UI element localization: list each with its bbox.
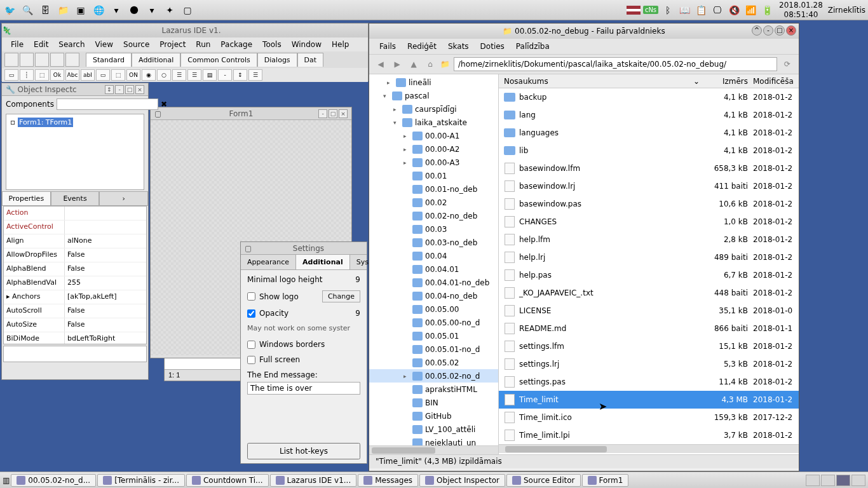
file-row[interactable]: CHANGES1,0 kB2018-01-2 bbox=[499, 213, 799, 231]
component-tree[interactable]: ▫ Form1: TForm1 bbox=[6, 114, 144, 190]
tree-item[interactable]: 00.04 bbox=[369, 249, 498, 262]
tree-item[interactable]: ▸00.00-A2 bbox=[369, 142, 498, 156]
fm-list[interactable]: Nosaukums ⌄ Izmērs Modificēša backup4,1 … bbox=[499, 74, 799, 454]
path-bar[interactable]: /home/zirneklitis/Dokumenti/pascal/laika… bbox=[454, 57, 777, 71]
open-button[interactable] bbox=[20, 53, 34, 67]
component-icon[interactable]: ☰ bbox=[172, 69, 186, 81]
components-filter[interactable] bbox=[57, 98, 158, 110]
tree-item[interactable]: ▸lineāli bbox=[369, 76, 498, 89]
file-row[interactable]: basewindow.pas10,6 kB2018-01-2 bbox=[499, 195, 799, 213]
workspace-4[interactable] bbox=[851, 475, 865, 486]
component-icon[interactable]: ┊ bbox=[20, 69, 34, 81]
user-name[interactable]: Zirneklītis bbox=[828, 6, 865, 15]
start-menu-icon[interactable]: 🐦 bbox=[3, 3, 17, 17]
end-message-input[interactable] bbox=[247, 382, 360, 395]
prop-row[interactable]: BiDiModebdLeftToRight bbox=[4, 332, 146, 344]
taskbar-task[interactable]: Countdown Ti... bbox=[186, 474, 269, 487]
menu-tools[interactable]: Tools bbox=[259, 39, 285, 50]
menu-help[interactable]: Help bbox=[328, 39, 353, 50]
component-icon[interactable]: ▭ bbox=[4, 69, 18, 81]
col-modified[interactable]: Modificēša bbox=[750, 77, 799, 86]
taskbar-task[interactable]: Form1 bbox=[582, 474, 629, 487]
clock[interactable]: 2018.01.28 08:51:40 bbox=[776, 1, 825, 19]
forward-button[interactable]: ▶ bbox=[391, 58, 403, 71]
opacity-checkbox[interactable] bbox=[247, 309, 255, 318]
maximize-button[interactable]: □ bbox=[125, 85, 134, 94]
tree-item-form1[interactable]: Form1: TForm1 bbox=[18, 118, 73, 127]
file-row[interactable]: Time_limit.lpi3,7 kB2018-01-2 bbox=[499, 426, 799, 444]
show-logo-checkbox[interactable] bbox=[247, 292, 255, 301]
prop-row[interactable]: Action bbox=[4, 207, 146, 220]
close-button[interactable]: × bbox=[339, 109, 348, 118]
reload-button[interactable]: ⟳ bbox=[781, 58, 794, 71]
workspace-3[interactable] bbox=[836, 475, 850, 486]
back-button[interactable]: ◀ bbox=[374, 58, 387, 71]
save-button[interactable] bbox=[35, 53, 49, 67]
app-icon[interactable]: ✦ bbox=[163, 3, 177, 17]
component-icon[interactable]: ☰ bbox=[187, 69, 201, 81]
component-icon[interactable]: ⬚ bbox=[35, 69, 49, 81]
tree-item[interactable]: 00.03 bbox=[369, 222, 498, 236]
clear-icon[interactable]: ✖ bbox=[161, 100, 167, 109]
fm-menu-item[interactable]: Fails bbox=[374, 40, 401, 53]
pin-button[interactable]: ↕ bbox=[105, 85, 114, 94]
maximize-button[interactable]: □ bbox=[775, 25, 785, 36]
tree-item[interactable]: 00.04.01-no_deb bbox=[369, 276, 498, 289]
full-screen-checkbox[interactable] bbox=[247, 356, 255, 364]
file-row[interactable]: help.lfm2,8 kB2018-01-2 bbox=[499, 231, 799, 248]
component-icon[interactable]: ON bbox=[126, 69, 140, 81]
tree-item[interactable]: 00.04-no_deb bbox=[369, 289, 498, 302]
file-row[interactable]: _KO_JAAPAVEIC_.txt448 baiti2018-01-2 bbox=[499, 284, 799, 302]
col-size[interactable]: Izmērs bbox=[703, 77, 750, 86]
prop-row[interactable]: AlignalNone bbox=[4, 234, 146, 248]
display-icon[interactable]: 🖵 bbox=[710, 3, 724, 17]
win-borders-checkbox[interactable] bbox=[247, 341, 255, 349]
tree-item[interactable]: 00.01 bbox=[369, 169, 498, 182]
tree-item[interactable]: 00.04.01 bbox=[369, 262, 498, 276]
prop-row[interactable]: AutoSizeFalse bbox=[4, 318, 146, 332]
flag-icon[interactable] bbox=[627, 6, 641, 15]
comp-tab-2[interactable]: Common Controls bbox=[180, 53, 257, 67]
tree-item[interactable]: 00.02-no_deb bbox=[369, 209, 498, 222]
tab-events[interactable]: Events bbox=[51, 191, 100, 206]
component-icon[interactable]: Ok bbox=[50, 69, 64, 81]
list-hscroll[interactable] bbox=[499, 444, 799, 453]
folder-icon[interactable]: 📁 bbox=[56, 3, 70, 17]
close-button[interactable]: × bbox=[135, 85, 144, 94]
units-button[interactable] bbox=[65, 53, 79, 67]
tree-item[interactable]: ▾laika_atskaite bbox=[369, 116, 498, 129]
component-icon[interactable]: - bbox=[218, 69, 232, 81]
tree-item[interactable]: BIN bbox=[369, 396, 498, 409]
file-row[interactable]: languages4,1 kB2018-01-2 bbox=[499, 124, 799, 142]
file-row[interactable]: backup4,1 kB2018-01-2 bbox=[499, 88, 799, 106]
new-button[interactable] bbox=[4, 53, 18, 67]
tab-appearance[interactable]: Appearance bbox=[241, 255, 296, 269]
taskbar-task[interactable]: 00.05.02-no_d... bbox=[11, 474, 96, 487]
menu-edit[interactable]: Edit bbox=[30, 39, 52, 50]
fm-menu-item[interactable]: Rediģēt bbox=[402, 40, 442, 53]
menu-project[interactable]: Project bbox=[156, 39, 189, 50]
prop-row[interactable]: AllowDropFilesFalse bbox=[4, 248, 146, 262]
tree-item[interactable]: 00.02 bbox=[369, 196, 498, 209]
network-icon[interactable]: 📶 bbox=[743, 3, 757, 17]
minimize-button[interactable]: - bbox=[318, 109, 327, 118]
prop-row[interactable]: AutoScrollFalse bbox=[4, 304, 146, 318]
minimize-button[interactable]: - bbox=[763, 25, 773, 36]
tree-item[interactable]: ▾pascal bbox=[369, 89, 498, 102]
clipboard-icon[interactable]: 📋 bbox=[694, 3, 708, 17]
prop-row[interactable]: ▸ Anchors[akTop,akLeft] bbox=[4, 290, 146, 304]
tree-item[interactable]: ▸00.00-A1 bbox=[369, 129, 498, 142]
tree-item[interactable]: 00.01-no_deb bbox=[369, 182, 498, 196]
menu-search[interactable]: Search bbox=[55, 39, 88, 50]
chevron-down-icon[interactable]: ▾ bbox=[145, 3, 159, 17]
file-row[interactable]: settings.lfm15,1 kB2018-01-2 bbox=[499, 337, 799, 355]
shade-button[interactable]: ^ bbox=[752, 25, 762, 36]
component-icon[interactable]: ○ bbox=[157, 69, 171, 81]
tree-item[interactable]: GitHub bbox=[369, 409, 498, 423]
taskbar-task[interactable]: Object Inspector bbox=[419, 474, 505, 487]
globe-icon[interactable]: 🌑 bbox=[127, 3, 141, 17]
file-row[interactable]: Time_limit4,3 MB2018-01-2 bbox=[499, 391, 799, 409]
file-row[interactable]: LICENSE35,1 kB2018-01-0 bbox=[499, 302, 799, 320]
volume-icon[interactable]: 🔇 bbox=[727, 3, 741, 17]
tab-additional[interactable]: Additional bbox=[296, 255, 350, 269]
